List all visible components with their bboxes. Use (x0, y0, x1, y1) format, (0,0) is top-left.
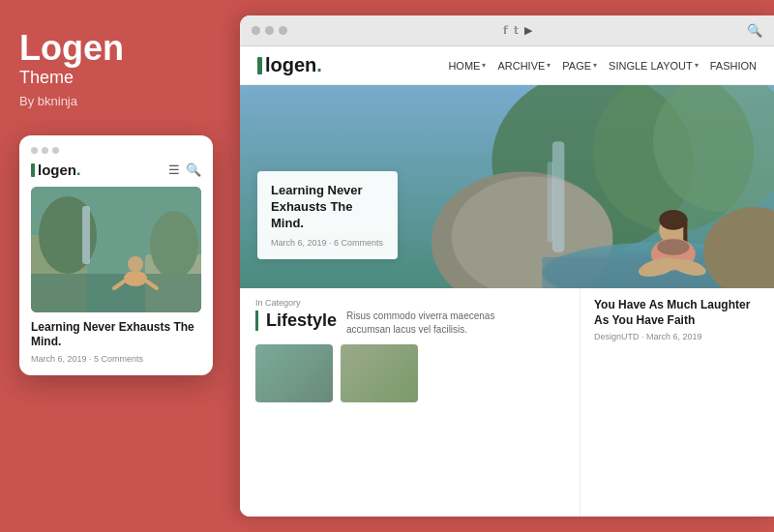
svg-rect-3 (31, 274, 201, 312)
site-nav: HOME ▾ ARCHIVE ▾ PAGE ▾ SINGLE LAYOUT ▾ … (448, 60, 757, 72)
nav-fashion-label: FASHION (710, 60, 757, 72)
site-logo-text: logen (265, 54, 316, 76)
svg-point-5 (150, 211, 198, 279)
content-left: In Category Lifestyle Risus commodo vive… (240, 288, 580, 517)
logo-bar-accent (31, 163, 35, 177)
svg-rect-21 (548, 162, 553, 242)
browser-dot-minimize (265, 26, 274, 35)
nav-single-layout-arrow: ▾ (695, 61, 699, 70)
browser-chrome: 𝕗 𝕥 ▶ 🔍 (240, 15, 774, 46)
site-logo: logen. (257, 54, 322, 76)
mobile-nav-bar: logen. ☰ 🔍 (31, 162, 201, 179)
svg-rect-20 (552, 141, 564, 252)
brand-by: By bkninja (19, 94, 77, 108)
left-panel: Logen Theme By bkninja logen. ☰ 🔍 (0, 0, 240, 532)
site-logo-dot: . (316, 54, 322, 76)
browser-dot-close (252, 26, 260, 35)
svg-point-26 (657, 239, 689, 255)
mobile-logo-dot: . (76, 162, 80, 179)
nav-single-layout-label: SINGLE LAYOUT (609, 60, 693, 72)
browser-window-controls (252, 26, 287, 35)
nav-page-label: PAGE (562, 60, 591, 72)
nav-single-layout[interactable]: SINGLE LAYOUT ▾ (609, 60, 699, 72)
svg-point-23 (659, 210, 687, 230)
site-header: logen. HOME ▾ ARCHIVE ▾ PAGE ▾ SINGLE LA… (240, 46, 774, 85)
hamburger-icon: ☰ (168, 163, 180, 177)
mobile-article-meta: March 6, 2019 · 5 Comments (31, 354, 201, 364)
nav-archive[interactable]: ARCHIVE ▾ (497, 60, 551, 72)
nav-page-arrow: ▾ (593, 61, 597, 70)
svg-rect-6 (82, 206, 90, 264)
twitter-icon: 𝕥 (514, 24, 519, 37)
svg-point-7 (128, 256, 143, 272)
mobile-nav-icons: ☰ 🔍 (168, 163, 201, 177)
mobile-logo-text: logen (38, 162, 76, 178)
nav-archive-arrow: ▾ (547, 61, 551, 70)
dot-1 (31, 147, 38, 154)
hero-section: Learning Never Exhausts The Mind. March … (240, 85, 774, 288)
mobile-mockup: logen. ☰ 🔍 (19, 135, 213, 375)
nav-home-label: HOME (448, 60, 480, 72)
nav-home[interactable]: HOME ▾ (448, 60, 486, 72)
sidebar-post-title: You Have As Much Laughter As You Have Fa… (594, 298, 760, 328)
content-posts (255, 344, 564, 402)
browser-social-icons: 𝕗 𝕥 ▶ (503, 24, 532, 37)
nav-archive-label: ARCHIVE (497, 60, 545, 72)
mobile-logo: logen. (31, 162, 80, 179)
content-right: You Have As Much Laughter As You Have Fa… (580, 288, 774, 517)
mobile-article-title: Learning Never Exhausts The Mind. (31, 320, 201, 350)
post-thumb-1 (255, 344, 333, 402)
hero-article-card: Learning Never Exhausts The Mind. March … (257, 171, 398, 259)
nav-home-arrow: ▾ (482, 61, 486, 70)
category-name: Lifestyle (255, 310, 337, 331)
browser-dot-expand (279, 26, 287, 35)
svg-point-8 (124, 271, 147, 286)
nav-page[interactable]: PAGE ▾ (562, 60, 597, 72)
category-in-label: In Category (255, 298, 564, 308)
site-main-content: Learning Never Exhausts The Mind. March … (240, 85, 774, 517)
category-desc: Risus commodo viverra maecenas accumsan … (346, 310, 501, 337)
nav-fashion[interactable]: FASHION (710, 60, 757, 72)
facebook-icon: 𝕗 (503, 24, 508, 37)
mobile-hero-image (31, 187, 201, 312)
site-logo-bar (257, 57, 262, 74)
youtube-icon: ▶ (524, 24, 532, 37)
dot-2 (42, 147, 48, 154)
post-thumb-2 (341, 344, 418, 402)
brand-title: Logen (19, 29, 124, 68)
sidebar-post-meta: DesignUTD · March 6, 2019 (594, 332, 760, 341)
browser-search-icon: 🔍 (747, 23, 762, 38)
brand-subtitle: Theme (19, 68, 74, 88)
browser-window: 𝕗 𝕥 ▶ 🔍 logen. HOME ▾ ARCHIVE ▾ (240, 15, 774, 517)
hero-article-title: Learning Never Exhausts The Mind. (271, 183, 384, 232)
dot-3 (52, 147, 59, 154)
hero-article-meta: March 6, 2019 · 6 Comments (271, 238, 384, 248)
below-hero: In Category Lifestyle Risus commodo vive… (240, 288, 774, 517)
website-content: logen. HOME ▾ ARCHIVE ▾ PAGE ▾ SINGLE LA… (240, 46, 774, 517)
mobile-window-dots (31, 147, 201, 154)
search-icon: 🔍 (186, 163, 201, 177)
